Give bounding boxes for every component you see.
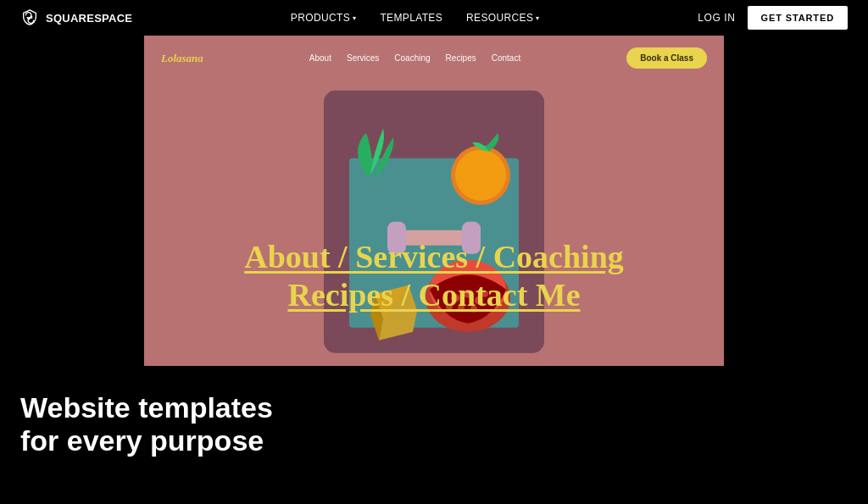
login-button[interactable]: LOG IN	[698, 12, 735, 24]
nav-center: PRODUCTS ▾ TEMPLATES RESOURCES ▾	[291, 12, 540, 24]
bottom-heading-line2: for every purpose	[20, 424, 848, 457]
bottom-heading-line1: Website templates	[20, 391, 848, 424]
nav-resources[interactable]: RESOURCES ▾	[466, 12, 540, 24]
website-preview: Lolasana About Services Coaching Recipes…	[144, 36, 724, 366]
logo-icon	[20, 8, 39, 27]
site-book-button[interactable]: Book a Class	[626, 47, 707, 69]
svg-point-12	[455, 150, 506, 201]
site-logo: Lolasana	[161, 52, 203, 65]
bottom-heading: Website templates for every purpose	[20, 391, 848, 457]
nav-products[interactable]: PRODUCTS ▾	[291, 12, 357, 24]
site-nav-coaching[interactable]: Coaching	[394, 53, 430, 63]
nav-right: LOG IN GET STARTED	[698, 6, 848, 30]
top-navigation: SQUARESPACE PRODUCTS ▾ TEMPLATES RESOURC…	[0, 0, 868, 36]
svg-point-10	[481, 291, 488, 297]
get-started-button[interactable]: GET STARTED	[748, 6, 848, 30]
site-nav-links: About Services Coaching Recipes Contact	[309, 53, 520, 63]
svg-point-8	[470, 306, 477, 313]
chevron-down-icon: ▾	[353, 14, 356, 22]
site-nav-recipes[interactable]: Recipes	[446, 53, 476, 63]
site-nav-contact[interactable]: Contact	[492, 53, 520, 63]
center-card	[324, 91, 544, 353]
site-navigation: Lolasana About Services Coaching Recipes…	[144, 36, 724, 80]
food-illustration	[324, 91, 544, 353]
svg-rect-14	[387, 222, 406, 254]
site-nav-services[interactable]: Services	[347, 53, 379, 63]
squarespace-logo[interactable]: SQUARESPACE	[20, 8, 132, 27]
site-nav-about[interactable]: About	[309, 53, 331, 63]
logo-text: SQUARESPACE	[46, 12, 132, 25]
nav-templates[interactable]: TEMPLATES	[380, 12, 442, 24]
svg-rect-15	[462, 222, 481, 254]
svg-point-7	[458, 305, 465, 312]
svg-point-5	[464, 290, 472, 298]
svg-point-4	[451, 294, 459, 302]
svg-point-6	[475, 296, 483, 305]
svg-point-9	[446, 303, 453, 310]
bottom-section: Website templates for every purpose	[0, 366, 868, 457]
chevron-down-icon-2: ▾	[536, 14, 539, 22]
svg-rect-13	[400, 230, 468, 246]
